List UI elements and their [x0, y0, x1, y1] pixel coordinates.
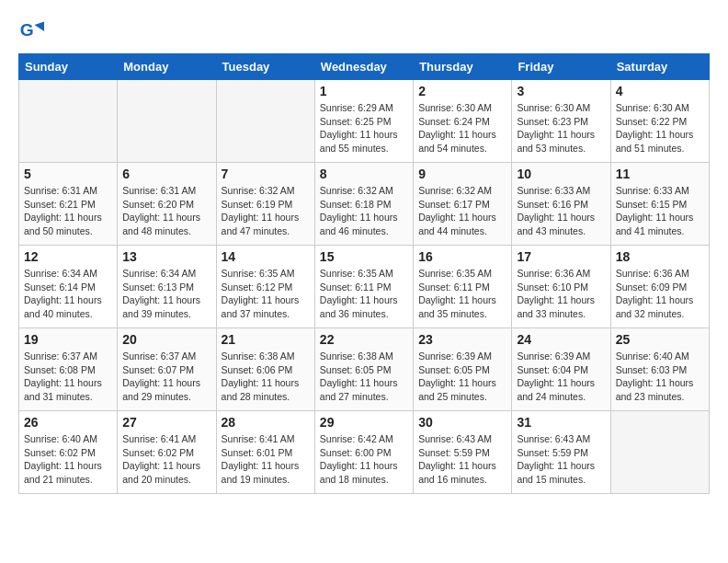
- day-info: Sunrise: 6:33 AMSunset: 6:16 PMDaylight:…: [517, 184, 605, 238]
- calendar-cell: 28Sunrise: 6:41 AMSunset: 6:01 PMDayligh…: [216, 411, 314, 494]
- day-number: 22: [320, 332, 408, 347]
- day-info: Sunrise: 6:32 AMSunset: 6:19 PMDaylight:…: [222, 184, 310, 238]
- day-number: 21: [222, 332, 310, 347]
- calendar-cell: 12Sunrise: 6:34 AMSunset: 6:14 PMDayligh…: [19, 246, 118, 328]
- calendar-week-row: 19Sunrise: 6:37 AMSunset: 6:08 PMDayligh…: [19, 328, 710, 411]
- calendar-cell: [610, 411, 709, 494]
- day-number: 23: [418, 332, 506, 347]
- calendar-table: SundayMondayTuesdayWednesdayThursdayFrid…: [18, 53, 710, 494]
- day-info: Sunrise: 6:37 AMSunset: 6:08 PMDaylight:…: [24, 350, 112, 404]
- calendar-cell: 5Sunrise: 6:31 AMSunset: 6:21 PMDaylight…: [19, 163, 118, 246]
- logo: G: [18, 18, 48, 44]
- calendar-cell: 30Sunrise: 6:43 AMSunset: 5:59 PMDayligh…: [414, 411, 512, 494]
- calendar-cell: 21Sunrise: 6:38 AMSunset: 6:06 PMDayligh…: [216, 328, 314, 411]
- day-number: 10: [517, 167, 605, 181]
- day-number: 12: [24, 249, 112, 264]
- day-info: Sunrise: 6:33 AMSunset: 6:15 PMDaylight:…: [616, 184, 704, 238]
- day-number: 6: [122, 167, 210, 181]
- day-info: Sunrise: 6:30 AMSunset: 6:24 PMDaylight:…: [418, 101, 506, 155]
- day-info: Sunrise: 6:43 AMSunset: 5:59 PMDaylight:…: [517, 432, 605, 487]
- column-header-saturday: Saturday: [610, 54, 709, 80]
- column-header-thursday: Thursday: [414, 54, 512, 80]
- calendar-cell: 29Sunrise: 6:42 AMSunset: 6:00 PMDayligh…: [314, 411, 413, 494]
- calendar-cell: 9Sunrise: 6:32 AMSunset: 6:17 PMDaylight…: [414, 163, 512, 246]
- calendar-cell: 24Sunrise: 6:39 AMSunset: 6:04 PMDayligh…: [512, 328, 610, 411]
- calendar-cell: 7Sunrise: 6:32 AMSunset: 6:19 PMDaylight…: [216, 163, 314, 246]
- calendar-week-row: 5Sunrise: 6:31 AMSunset: 6:21 PMDaylight…: [19, 163, 710, 246]
- day-info: Sunrise: 6:39 AMSunset: 6:04 PMDaylight:…: [517, 350, 605, 404]
- calendar-cell: 16Sunrise: 6:35 AMSunset: 6:11 PMDayligh…: [414, 246, 512, 328]
- svg-marker-1: [35, 22, 45, 32]
- day-number: 19: [24, 332, 112, 347]
- logo-icon: G: [18, 18, 44, 44]
- column-header-monday: Monday: [118, 54, 216, 80]
- day-info: Sunrise: 6:32 AMSunset: 6:18 PMDaylight:…: [320, 184, 408, 238]
- calendar-cell: 8Sunrise: 6:32 AMSunset: 6:18 PMDaylight…: [314, 163, 413, 246]
- day-number: 25: [616, 332, 704, 347]
- calendar-cell: 3Sunrise: 6:30 AMSunset: 6:23 PMDaylight…: [512, 80, 610, 163]
- day-info: Sunrise: 6:40 AMSunset: 6:03 PMDaylight:…: [616, 350, 704, 404]
- calendar-cell: 14Sunrise: 6:35 AMSunset: 6:12 PMDayligh…: [216, 246, 314, 328]
- day-info: Sunrise: 6:41 AMSunset: 6:02 PMDaylight:…: [122, 432, 210, 487]
- day-number: 18: [616, 249, 704, 264]
- calendar-cell: 20Sunrise: 6:37 AMSunset: 6:07 PMDayligh…: [118, 328, 216, 411]
- day-info: Sunrise: 6:36 AMSunset: 6:10 PMDaylight:…: [517, 267, 605, 321]
- day-number: 11: [616, 167, 704, 181]
- calendar-cell: [216, 80, 314, 163]
- column-header-friday: Friday: [512, 54, 610, 80]
- calendar-cell: 11Sunrise: 6:33 AMSunset: 6:15 PMDayligh…: [610, 163, 709, 246]
- day-info: Sunrise: 6:38 AMSunset: 6:06 PMDaylight:…: [222, 350, 310, 404]
- day-info: Sunrise: 6:38 AMSunset: 6:05 PMDaylight:…: [320, 350, 408, 404]
- day-number: 29: [320, 415, 408, 430]
- day-number: 1: [320, 84, 408, 98]
- day-info: Sunrise: 6:37 AMSunset: 6:07 PMDaylight:…: [122, 350, 210, 404]
- page-header: G: [18, 18, 710, 44]
- svg-text:G: G: [20, 20, 34, 40]
- calendar-cell: 31Sunrise: 6:43 AMSunset: 5:59 PMDayligh…: [512, 411, 610, 494]
- day-info: Sunrise: 6:35 AMSunset: 6:12 PMDaylight:…: [222, 267, 310, 321]
- calendar-cell: 15Sunrise: 6:35 AMSunset: 6:11 PMDayligh…: [314, 246, 413, 328]
- calendar-cell: 10Sunrise: 6:33 AMSunset: 6:16 PMDayligh…: [512, 163, 610, 246]
- calendar-cell: 17Sunrise: 6:36 AMSunset: 6:10 PMDayligh…: [512, 246, 610, 328]
- day-number: 28: [222, 415, 310, 430]
- calendar-cell: [19, 80, 118, 163]
- day-info: Sunrise: 6:42 AMSunset: 6:00 PMDaylight:…: [320, 432, 408, 487]
- calendar-cell: 1Sunrise: 6:29 AMSunset: 6:25 PMDaylight…: [314, 80, 413, 163]
- day-info: Sunrise: 6:30 AMSunset: 6:22 PMDaylight:…: [616, 101, 704, 155]
- calendar-cell: 4Sunrise: 6:30 AMSunset: 6:22 PMDaylight…: [610, 80, 709, 163]
- day-number: 4: [616, 84, 704, 98]
- calendar-cell: 22Sunrise: 6:38 AMSunset: 6:05 PMDayligh…: [314, 328, 413, 411]
- calendar-cell: [118, 80, 216, 163]
- day-number: 9: [418, 167, 506, 181]
- day-info: Sunrise: 6:31 AMSunset: 6:21 PMDaylight:…: [24, 184, 112, 238]
- day-number: 24: [517, 332, 605, 347]
- day-number: 16: [418, 249, 506, 264]
- day-number: 5: [24, 167, 112, 181]
- calendar-cell: 6Sunrise: 6:31 AMSunset: 6:20 PMDaylight…: [118, 163, 216, 246]
- day-info: Sunrise: 6:35 AMSunset: 6:11 PMDaylight:…: [320, 267, 408, 321]
- calendar-cell: 23Sunrise: 6:39 AMSunset: 6:05 PMDayligh…: [414, 328, 512, 411]
- calendar-cell: 25Sunrise: 6:40 AMSunset: 6:03 PMDayligh…: [610, 328, 709, 411]
- calendar-cell: 27Sunrise: 6:41 AMSunset: 6:02 PMDayligh…: [118, 411, 216, 494]
- day-info: Sunrise: 6:40 AMSunset: 6:02 PMDaylight:…: [24, 432, 112, 487]
- day-number: 15: [320, 249, 408, 264]
- day-info: Sunrise: 6:30 AMSunset: 6:23 PMDaylight:…: [517, 101, 605, 155]
- calendar-cell: 2Sunrise: 6:30 AMSunset: 6:24 PMDaylight…: [414, 80, 512, 163]
- calendar-cell: 26Sunrise: 6:40 AMSunset: 6:02 PMDayligh…: [19, 411, 118, 494]
- calendar-week-row: 1Sunrise: 6:29 AMSunset: 6:25 PMDaylight…: [19, 80, 710, 163]
- calendar-cell: 13Sunrise: 6:34 AMSunset: 6:13 PMDayligh…: [118, 246, 216, 328]
- calendar-week-row: 12Sunrise: 6:34 AMSunset: 6:14 PMDayligh…: [19, 246, 710, 328]
- day-info: Sunrise: 6:41 AMSunset: 6:01 PMDaylight:…: [222, 432, 310, 487]
- day-number: 17: [517, 249, 605, 264]
- day-info: Sunrise: 6:36 AMSunset: 6:09 PMDaylight:…: [616, 267, 704, 321]
- day-number: 30: [418, 415, 506, 430]
- day-number: 26: [24, 415, 112, 430]
- day-number: 3: [517, 84, 605, 98]
- day-info: Sunrise: 6:29 AMSunset: 6:25 PMDaylight:…: [320, 101, 408, 155]
- column-header-tuesday: Tuesday: [216, 54, 314, 80]
- calendar-week-row: 26Sunrise: 6:40 AMSunset: 6:02 PMDayligh…: [19, 411, 710, 494]
- calendar-cell: 18Sunrise: 6:36 AMSunset: 6:09 PMDayligh…: [610, 246, 709, 328]
- day-info: Sunrise: 6:35 AMSunset: 6:11 PMDaylight:…: [418, 267, 506, 321]
- day-number: 27: [122, 415, 210, 430]
- day-number: 8: [320, 167, 408, 181]
